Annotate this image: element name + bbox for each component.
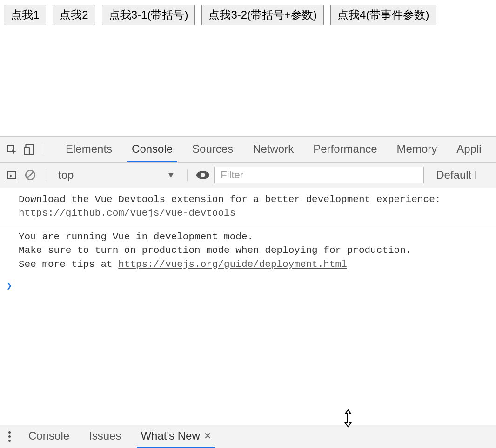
divider bbox=[44, 143, 44, 156]
log-entry: Download the Vue Devtools extension for … bbox=[0, 188, 496, 225]
sidebar-toggle-icon[interactable] bbox=[5, 168, 19, 182]
inspect-element-icon[interactable] bbox=[5, 143, 19, 156]
divider bbox=[187, 169, 188, 181]
tab-network[interactable]: Network bbox=[248, 137, 298, 162]
log-entry: You are running Vue in development mode.… bbox=[0, 225, 496, 276]
log-levels-selector[interactable]: Default l bbox=[436, 169, 477, 182]
drawer-tab-issues[interactable]: Issues bbox=[85, 425, 125, 448]
tab-performance[interactable]: Performance bbox=[308, 137, 382, 162]
console-prompt[interactable]: ❯ bbox=[0, 276, 496, 295]
button-2[interactable]: 点我2 bbox=[53, 5, 95, 25]
eye-icon[interactable] bbox=[196, 168, 210, 182]
tab-application[interactable]: Appli bbox=[452, 137, 486, 162]
devtools-tabs: Elements Console Sources Network Perform… bbox=[61, 137, 486, 162]
tab-sources[interactable]: Sources bbox=[188, 137, 238, 162]
context-selector[interactable]: top ▼ bbox=[54, 169, 179, 182]
device-toolbar-icon[interactable] bbox=[22, 143, 36, 156]
svg-point-7 bbox=[201, 173, 205, 177]
drawer-tab-whatsnew[interactable]: What's New ✕ bbox=[137, 425, 215, 448]
clear-console-icon[interactable] bbox=[23, 168, 37, 182]
dropdown-arrow-icon: ▼ bbox=[167, 170, 175, 180]
drawer-tab-label: What's New bbox=[141, 429, 200, 442]
divider bbox=[46, 169, 46, 181]
devtools-header: Elements Console Sources Network Perform… bbox=[0, 137, 496, 163]
log-text: Download the Vue Devtools extension for … bbox=[19, 194, 441, 205]
devtools-panel: Elements Console Sources Network Perform… bbox=[0, 136, 496, 448]
svg-rect-2 bbox=[24, 148, 29, 155]
button-1[interactable]: 点我1 bbox=[4, 5, 46, 25]
log-link[interactable]: https://vuejs.org/guide/deployment.html bbox=[118, 259, 347, 270]
tab-memory[interactable]: Memory bbox=[392, 137, 442, 162]
button-4[interactable]: 点我4(带事件参数) bbox=[330, 5, 436, 25]
console-output: Download the Vue Devtools extension for … bbox=[0, 188, 496, 448]
context-label: top bbox=[58, 169, 74, 182]
console-toolbar: top ▼ Default l bbox=[0, 163, 496, 188]
tab-elements[interactable]: Elements bbox=[61, 137, 117, 162]
button-3-1[interactable]: 点我3-1(带括号) bbox=[102, 5, 195, 25]
devtools-drawer: Console Issues What's New ✕ bbox=[0, 425, 496, 448]
svg-rect-3 bbox=[7, 171, 16, 179]
page-content: 点我1 点我2 点我3-1(带括号) 点我3-2(带括号+参数) 点我4(带事件… bbox=[0, 0, 496, 30]
log-link[interactable]: https://github.com/vuejs/vue-devtools bbox=[19, 208, 235, 218]
drawer-tab-console[interactable]: Console bbox=[25, 425, 73, 448]
button-3-2[interactable]: 点我3-2(带括号+参数) bbox=[201, 5, 324, 25]
close-icon[interactable]: ✕ bbox=[204, 430, 212, 441]
more-menu-icon[interactable] bbox=[7, 429, 13, 444]
svg-line-5 bbox=[27, 172, 34, 178]
filter-input[interactable] bbox=[214, 167, 424, 183]
tab-console[interactable]: Console bbox=[127, 137, 177, 162]
